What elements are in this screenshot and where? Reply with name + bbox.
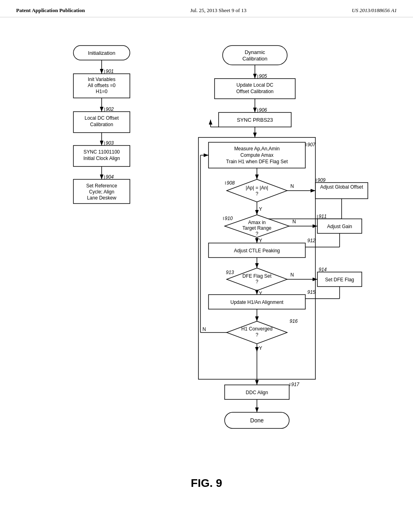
svg-text:Set Reference: Set Reference bbox=[86, 183, 117, 189]
svg-text:H1 Converged: H1 Converged bbox=[241, 326, 272, 332]
svg-text:908: 908 bbox=[227, 180, 235, 186]
svg-text:905: 905 bbox=[259, 73, 267, 79]
svg-text:DFE Flag Set: DFE Flag Set bbox=[242, 273, 272, 279]
svg-text:909: 909 bbox=[317, 177, 325, 183]
svg-text:Measure Ap,An,Amin: Measure Ap,An,Amin bbox=[234, 146, 280, 152]
svg-text:Amax in: Amax in bbox=[248, 220, 265, 225]
svg-text:Y: Y bbox=[259, 345, 262, 351]
svg-text:All offsets =0: All offsets =0 bbox=[88, 83, 116, 88]
svg-text:Local DC Offset: Local DC Offset bbox=[85, 115, 119, 121]
svg-text:912: 912 bbox=[307, 238, 315, 243]
svg-text:N: N bbox=[292, 219, 296, 224]
svg-text:Adjust Gain: Adjust Gain bbox=[327, 224, 352, 229]
svg-text:SYNC 11001100: SYNC 11001100 bbox=[83, 149, 120, 155]
svg-text:Done: Done bbox=[250, 417, 264, 424]
svg-text:?: ? bbox=[256, 279, 259, 285]
svg-text:Lane Deskew: Lane Deskew bbox=[87, 195, 117, 201]
diagram-container: Initialization 901 Init Variables All of… bbox=[0, 33, 413, 490]
svg-text:H1=0: H1=0 bbox=[96, 89, 107, 94]
figure-label: FIG. 9 bbox=[191, 477, 222, 490]
svg-text:911: 911 bbox=[319, 214, 327, 219]
svg-text:Initialization: Initialization bbox=[88, 50, 115, 56]
svg-text:917: 917 bbox=[291, 382, 300, 387]
svg-text:Adjust CTLE Peaking: Adjust CTLE Peaking bbox=[234, 248, 280, 254]
svg-text:901: 901 bbox=[106, 69, 114, 74]
svg-text:Train H1 when DFE Flag Set: Train H1 when DFE Flag Set bbox=[226, 159, 288, 164]
svg-text:Calibration: Calibration bbox=[90, 122, 113, 127]
header-left: Patent Application Publication bbox=[16, 7, 85, 14]
svg-text:Initial Clock Align: Initial Clock Align bbox=[83, 156, 120, 161]
svg-text:?: ? bbox=[256, 191, 259, 197]
svg-text:Update H1/An Alignment: Update H1/An Alignment bbox=[230, 299, 284, 305]
flowchart-svg: Initialization 901 Init Variables All of… bbox=[41, 33, 372, 469]
svg-text:Adjust Global Offset: Adjust Global Offset bbox=[320, 184, 363, 190]
svg-text:?: ? bbox=[256, 231, 259, 237]
svg-text:N: N bbox=[202, 326, 206, 332]
svg-rect-29 bbox=[223, 46, 287, 65]
svg-text:913: 913 bbox=[226, 270, 234, 275]
svg-text:910: 910 bbox=[225, 216, 233, 221]
svg-text:Offset Calibration: Offset Calibration bbox=[236, 89, 274, 94]
svg-text:|Ap| = |An|: |Ap| = |An| bbox=[246, 185, 268, 191]
svg-text:Compute Amax: Compute Amax bbox=[240, 152, 273, 158]
svg-text:Dynamic: Dynamic bbox=[245, 49, 265, 55]
svg-text:N: N bbox=[290, 183, 294, 189]
svg-text:Set DFE Flag: Set DFE Flag bbox=[325, 277, 354, 283]
svg-text:Target Range: Target Range bbox=[242, 225, 271, 231]
svg-text:N: N bbox=[290, 272, 294, 278]
svg-text:915: 915 bbox=[307, 289, 315, 295]
svg-text:902: 902 bbox=[106, 106, 114, 112]
svg-text:907: 907 bbox=[307, 142, 316, 148]
svg-text:?: ? bbox=[256, 332, 259, 338]
svg-text:Calibration: Calibration bbox=[242, 56, 267, 62]
svg-text:904: 904 bbox=[106, 174, 114, 180]
svg-text:903: 903 bbox=[106, 140, 114, 146]
header-right: US 2013/0188656 A1 bbox=[352, 7, 397, 14]
header-center: Jul. 25, 2013 Sheet 9 of 13 bbox=[190, 7, 246, 14]
svg-text:Update Local DC: Update Local DC bbox=[236, 82, 273, 88]
svg-text:SYNC PRBS23: SYNC PRBS23 bbox=[237, 117, 273, 123]
svg-text:916: 916 bbox=[290, 318, 298, 324]
svg-text:Y: Y bbox=[259, 206, 262, 212]
svg-text:Cycle; Align: Cycle; Align bbox=[89, 189, 115, 195]
svg-text:Y: Y bbox=[259, 238, 262, 243]
svg-text:Init Variables: Init Variables bbox=[88, 77, 115, 82]
svg-text:914: 914 bbox=[319, 267, 327, 272]
main-content: Initialization 901 Init Variables All of… bbox=[0, 17, 413, 498]
svg-text:DDC Align: DDC Align bbox=[246, 390, 268, 395]
page-header: Patent Application Publication Jul. 25, … bbox=[0, 0, 413, 17]
svg-text:906: 906 bbox=[259, 107, 267, 113]
